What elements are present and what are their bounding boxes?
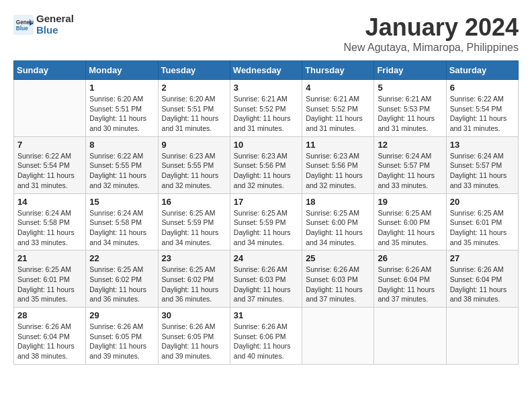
calendar-header: SundayMondayTuesdayWednesdayThursdayFrid… <box>14 61 519 80</box>
logo: General Blue General Blue <box>13 13 74 36</box>
day-cell: 22Sunrise: 6:25 AMSunset: 6:02 PMDayligh… <box>86 250 158 308</box>
day-cell: 27Sunrise: 6:26 AMSunset: 6:04 PMDayligh… <box>446 250 518 308</box>
day-info: Sunrise: 6:23 AMSunset: 5:56 PMDaylight:… <box>306 151 370 191</box>
calendar-title: January 2024 <box>343 13 519 42</box>
day-number: 30 <box>162 310 226 320</box>
page-header: General Blue General Blue January 2024 N… <box>13 13 519 54</box>
day-number: 19 <box>378 197 442 207</box>
day-number: 12 <box>378 140 442 150</box>
day-cell: 18Sunrise: 6:25 AMSunset: 6:00 PMDayligh… <box>302 193 374 250</box>
day-number: 5 <box>378 83 442 93</box>
logo-text-blue: Blue <box>36 25 74 36</box>
day-cell <box>446 308 518 365</box>
day-info: Sunrise: 6:21 AMSunset: 5:53 PMDaylight:… <box>378 94 442 134</box>
day-number: 13 <box>450 140 515 150</box>
week-row-4: 21Sunrise: 6:25 AMSunset: 6:01 PMDayligh… <box>14 250 519 308</box>
week-row-3: 14Sunrise: 6:24 AMSunset: 5:58 PMDayligh… <box>14 193 519 250</box>
day-cell: 14Sunrise: 6:24 AMSunset: 5:58 PMDayligh… <box>14 193 86 250</box>
logo-icon: General Blue <box>13 15 34 35</box>
day-number: 31 <box>234 310 298 320</box>
day-info: Sunrise: 6:22 AMSunset: 5:54 PMDaylight:… <box>17 151 82 191</box>
header-day-monday: Monday <box>86 61 158 80</box>
day-info: Sunrise: 6:24 AMSunset: 5:58 PMDaylight:… <box>17 208 82 248</box>
day-info: Sunrise: 6:23 AMSunset: 5:56 PMDaylight:… <box>234 151 298 191</box>
header-day-wednesday: Wednesday <box>230 61 302 80</box>
calendar-table: SundayMondayTuesdayWednesdayThursdayFrid… <box>13 60 519 365</box>
day-number: 7 <box>17 140 82 150</box>
day-info: Sunrise: 6:26 AMSunset: 6:03 PMDaylight:… <box>306 265 370 304</box>
day-number: 28 <box>17 310 82 320</box>
day-cell: 19Sunrise: 6:25 AMSunset: 6:00 PMDayligh… <box>374 193 446 250</box>
day-cell: 9Sunrise: 6:23 AMSunset: 5:55 PMDaylight… <box>158 136 230 193</box>
day-number: 9 <box>162 140 226 150</box>
day-info: Sunrise: 6:24 AMSunset: 5:57 PMDaylight:… <box>450 151 515 191</box>
week-row-1: 1Sunrise: 6:20 AMSunset: 5:51 PMDaylight… <box>14 80 519 137</box>
header-day-friday: Friday <box>374 61 446 80</box>
day-cell <box>14 80 86 137</box>
day-info: Sunrise: 6:23 AMSunset: 5:55 PMDaylight:… <box>162 151 226 191</box>
header-row: SundayMondayTuesdayWednesdayThursdayFrid… <box>14 61 519 80</box>
day-info: Sunrise: 6:24 AMSunset: 5:58 PMDaylight:… <box>89 208 154 248</box>
day-info: Sunrise: 6:25 AMSunset: 5:59 PMDaylight:… <box>234 208 298 248</box>
day-info: Sunrise: 6:24 AMSunset: 5:57 PMDaylight:… <box>378 151 442 191</box>
day-cell: 25Sunrise: 6:26 AMSunset: 6:03 PMDayligh… <box>302 250 374 308</box>
week-row-5: 28Sunrise: 6:26 AMSunset: 6:04 PMDayligh… <box>14 308 519 365</box>
day-cell: 28Sunrise: 6:26 AMSunset: 6:04 PMDayligh… <box>14 308 86 365</box>
day-number: 3 <box>234 83 298 93</box>
day-number: 6 <box>450 83 515 93</box>
day-number: 18 <box>306 197 370 207</box>
day-info: Sunrise: 6:26 AMSunset: 6:04 PMDaylight:… <box>450 265 515 304</box>
day-info: Sunrise: 6:26 AMSunset: 6:04 PMDaylight:… <box>17 322 82 361</box>
day-cell: 30Sunrise: 6:26 AMSunset: 6:05 PMDayligh… <box>158 308 230 365</box>
day-number: 14 <box>17 197 82 207</box>
day-cell <box>302 308 374 365</box>
week-row-2: 7Sunrise: 6:22 AMSunset: 5:54 PMDaylight… <box>14 136 519 193</box>
day-info: Sunrise: 6:25 AMSunset: 5:59 PMDaylight:… <box>162 208 226 248</box>
header-day-thursday: Thursday <box>302 61 374 80</box>
day-cell <box>374 308 446 365</box>
header-day-saturday: Saturday <box>446 61 518 80</box>
day-cell: 10Sunrise: 6:23 AMSunset: 5:56 PMDayligh… <box>230 136 302 193</box>
day-cell: 3Sunrise: 6:21 AMSunset: 5:52 PMDaylight… <box>230 80 302 137</box>
day-info: Sunrise: 6:25 AMSunset: 6:01 PMDaylight:… <box>450 208 515 248</box>
day-cell: 8Sunrise: 6:22 AMSunset: 5:55 PMDaylight… <box>86 136 158 193</box>
day-number: 27 <box>450 253 515 263</box>
day-cell: 6Sunrise: 6:22 AMSunset: 5:54 PMDaylight… <box>446 80 518 137</box>
day-info: Sunrise: 6:26 AMSunset: 6:05 PMDaylight:… <box>162 322 226 361</box>
day-info: Sunrise: 6:20 AMSunset: 5:51 PMDaylight:… <box>162 94 226 134</box>
day-number: 2 <box>162 83 226 93</box>
calendar-subtitle: New Agutaya, Mimaropa, Philippines <box>343 42 519 54</box>
day-cell: 15Sunrise: 6:24 AMSunset: 5:58 PMDayligh… <box>86 193 158 250</box>
day-number: 29 <box>89 310 154 320</box>
day-number: 16 <box>162 197 226 207</box>
day-number: 25 <box>306 253 370 263</box>
day-number: 10 <box>234 140 298 150</box>
day-info: Sunrise: 6:26 AMSunset: 6:04 PMDaylight:… <box>378 265 442 304</box>
day-cell: 12Sunrise: 6:24 AMSunset: 5:57 PMDayligh… <box>374 136 446 193</box>
day-info: Sunrise: 6:21 AMSunset: 5:52 PMDaylight:… <box>306 94 370 134</box>
day-cell: 29Sunrise: 6:26 AMSunset: 6:05 PMDayligh… <box>86 308 158 365</box>
day-info: Sunrise: 6:25 AMSunset: 6:01 PMDaylight:… <box>17 265 82 304</box>
day-cell: 5Sunrise: 6:21 AMSunset: 5:53 PMDaylight… <box>374 80 446 137</box>
day-info: Sunrise: 6:25 AMSunset: 6:02 PMDaylight:… <box>89 265 154 304</box>
day-number: 11 <box>306 140 370 150</box>
day-info: Sunrise: 6:25 AMSunset: 6:00 PMDaylight:… <box>378 208 442 248</box>
day-info: Sunrise: 6:26 AMSunset: 6:05 PMDaylight:… <box>89 322 154 361</box>
day-info: Sunrise: 6:20 AMSunset: 5:51 PMDaylight:… <box>89 94 154 134</box>
day-cell: 2Sunrise: 6:20 AMSunset: 5:51 PMDaylight… <box>158 80 230 137</box>
day-cell: 1Sunrise: 6:20 AMSunset: 5:51 PMDaylight… <box>86 80 158 137</box>
day-cell: 16Sunrise: 6:25 AMSunset: 5:59 PMDayligh… <box>158 193 230 250</box>
day-number: 15 <box>89 197 154 207</box>
day-info: Sunrise: 6:26 AMSunset: 6:03 PMDaylight:… <box>234 265 298 304</box>
day-number: 22 <box>89 253 154 263</box>
day-cell: 11Sunrise: 6:23 AMSunset: 5:56 PMDayligh… <box>302 136 374 193</box>
day-cell: 23Sunrise: 6:25 AMSunset: 6:02 PMDayligh… <box>158 250 230 308</box>
day-info: Sunrise: 6:21 AMSunset: 5:52 PMDaylight:… <box>234 94 298 134</box>
day-number: 21 <box>17 253 82 263</box>
calendar-body: 1Sunrise: 6:20 AMSunset: 5:51 PMDaylight… <box>14 80 519 365</box>
day-number: 26 <box>378 253 442 263</box>
day-cell: 13Sunrise: 6:24 AMSunset: 5:57 PMDayligh… <box>446 136 518 193</box>
day-info: Sunrise: 6:26 AMSunset: 6:06 PMDaylight:… <box>234 322 298 361</box>
day-cell: 31Sunrise: 6:26 AMSunset: 6:06 PMDayligh… <box>230 308 302 365</box>
day-cell: 20Sunrise: 6:25 AMSunset: 6:01 PMDayligh… <box>446 193 518 250</box>
